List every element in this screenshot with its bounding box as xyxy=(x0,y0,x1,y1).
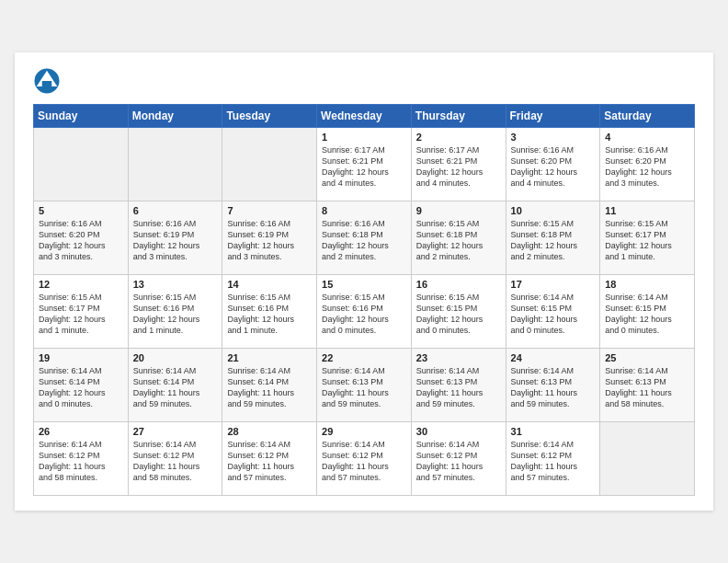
day-number: 8 xyxy=(322,205,406,216)
calendar-cell: 2Sunrise: 6:17 AMSunset: 6:21 PMDaylight… xyxy=(411,128,506,201)
day-number: 28 xyxy=(227,426,312,437)
calendar-cell: 28Sunrise: 6:14 AMSunset: 6:12 PMDayligh… xyxy=(222,422,317,496)
day-info: Sunrise: 6:14 AMSunset: 6:14 PMDaylight:… xyxy=(39,365,123,410)
day-number: 1 xyxy=(322,132,406,143)
calendar-week-3: 12Sunrise: 6:15 AMSunset: 6:17 PMDayligh… xyxy=(34,275,695,349)
day-number: 3 xyxy=(511,132,596,143)
day-info: Sunrise: 6:14 AMSunset: 6:14 PMDaylight:… xyxy=(133,365,218,410)
day-number: 30 xyxy=(416,426,501,437)
logo xyxy=(33,67,63,95)
day-number: 23 xyxy=(416,352,501,363)
day-info: Sunrise: 6:15 AMSunset: 6:16 PMDaylight:… xyxy=(133,292,218,337)
day-info: Sunrise: 6:14 AMSunset: 6:12 PMDaylight:… xyxy=(416,439,501,484)
calendar-cell: 16Sunrise: 6:15 AMSunset: 6:15 PMDayligh… xyxy=(411,275,506,349)
day-number: 15 xyxy=(322,279,406,290)
weekday-header-row: SundayMondayTuesdayWednesdayThursdayFrid… xyxy=(34,105,695,128)
calendar-cell xyxy=(128,128,222,201)
day-info: Sunrise: 6:14 AMSunset: 6:12 PMDaylight:… xyxy=(322,439,406,484)
calendar-cell: 12Sunrise: 6:15 AMSunset: 6:17 PMDayligh… xyxy=(34,275,129,349)
day-number: 27 xyxy=(133,426,218,437)
day-info: Sunrise: 6:17 AMSunset: 6:21 PMDaylight:… xyxy=(322,144,406,190)
day-info: Sunrise: 6:14 AMSunset: 6:13 PMDaylight:… xyxy=(605,365,689,410)
day-number: 16 xyxy=(416,279,501,290)
day-info: Sunrise: 6:14 AMSunset: 6:13 PMDaylight:… xyxy=(416,365,501,410)
day-number: 10 xyxy=(511,205,596,216)
day-number: 29 xyxy=(322,426,406,437)
calendar-cell: 13Sunrise: 6:15 AMSunset: 6:16 PMDayligh… xyxy=(128,275,222,349)
calendar-cell xyxy=(600,422,695,496)
calendar-week-4: 19Sunrise: 6:14 AMSunset: 6:14 PMDayligh… xyxy=(34,349,695,422)
day-number: 25 xyxy=(605,352,689,363)
day-number: 5 xyxy=(39,205,123,216)
day-info: Sunrise: 6:15 AMSunset: 6:16 PMDaylight:… xyxy=(227,292,312,337)
day-info: Sunrise: 6:16 AMSunset: 6:20 PMDaylight:… xyxy=(39,218,123,263)
day-number: 2 xyxy=(416,132,501,143)
day-number: 7 xyxy=(227,205,312,216)
day-number: 17 xyxy=(511,279,596,290)
day-number: 21 xyxy=(227,352,312,363)
weekday-header-saturday: Saturday xyxy=(600,105,695,128)
svg-rect-2 xyxy=(42,81,52,86)
day-info: Sunrise: 6:15 AMSunset: 6:16 PMDaylight:… xyxy=(322,292,406,337)
day-info: Sunrise: 6:14 AMSunset: 6:13 PMDaylight:… xyxy=(322,365,406,410)
day-number: 24 xyxy=(511,352,596,363)
day-number: 26 xyxy=(39,426,123,437)
day-info: Sunrise: 6:14 AMSunset: 6:12 PMDaylight:… xyxy=(227,439,312,484)
calendar-cell: 11Sunrise: 6:15 AMSunset: 6:17 PMDayligh… xyxy=(600,201,695,275)
day-number: 22 xyxy=(322,352,406,363)
calendar-cell: 29Sunrise: 6:14 AMSunset: 6:12 PMDayligh… xyxy=(317,422,412,496)
calendar-cell: 21Sunrise: 6:14 AMSunset: 6:14 PMDayligh… xyxy=(222,349,317,422)
calendar-cell: 24Sunrise: 6:14 AMSunset: 6:13 PMDayligh… xyxy=(506,349,600,422)
day-info: Sunrise: 6:16 AMSunset: 6:20 PMDaylight:… xyxy=(605,144,689,190)
day-info: Sunrise: 6:15 AMSunset: 6:18 PMDaylight:… xyxy=(416,218,501,263)
day-number: 12 xyxy=(39,279,123,290)
calendar-cell: 20Sunrise: 6:14 AMSunset: 6:14 PMDayligh… xyxy=(128,349,222,422)
day-info: Sunrise: 6:17 AMSunset: 6:21 PMDaylight:… xyxy=(416,144,501,190)
day-info: Sunrise: 6:16 AMSunset: 6:19 PMDaylight:… xyxy=(133,218,218,263)
calendar-cell: 6Sunrise: 6:16 AMSunset: 6:19 PMDaylight… xyxy=(128,201,222,275)
day-number: 9 xyxy=(416,205,501,216)
day-number: 20 xyxy=(133,352,218,363)
calendar-week-5: 26Sunrise: 6:14 AMSunset: 6:12 PMDayligh… xyxy=(34,422,695,496)
day-info: Sunrise: 6:15 AMSunset: 6:17 PMDaylight:… xyxy=(605,218,689,263)
day-info: Sunrise: 6:14 AMSunset: 6:15 PMDaylight:… xyxy=(605,292,689,337)
logo-icon xyxy=(33,67,61,95)
calendar-week-2: 5Sunrise: 6:16 AMSunset: 6:20 PMDaylight… xyxy=(34,201,695,275)
day-info: Sunrise: 6:14 AMSunset: 6:12 PMDaylight:… xyxy=(133,439,218,484)
calendar-cell xyxy=(222,128,317,201)
calendar-table: SundayMondayTuesdayWednesdayThursdayFrid… xyxy=(33,104,695,496)
calendar-cell: 27Sunrise: 6:14 AMSunset: 6:12 PMDayligh… xyxy=(128,422,222,496)
day-info: Sunrise: 6:16 AMSunset: 6:18 PMDaylight:… xyxy=(322,218,406,263)
day-info: Sunrise: 6:16 AMSunset: 6:19 PMDaylight:… xyxy=(227,218,312,263)
weekday-header-monday: Monday xyxy=(128,105,222,128)
day-info: Sunrise: 6:14 AMSunset: 6:14 PMDaylight:… xyxy=(227,365,312,410)
calendar-cell: 4Sunrise: 6:16 AMSunset: 6:20 PMDaylight… xyxy=(600,128,695,201)
day-number: 14 xyxy=(227,279,312,290)
day-info: Sunrise: 6:14 AMSunset: 6:13 PMDaylight:… xyxy=(511,365,596,410)
day-info: Sunrise: 6:14 AMSunset: 6:12 PMDaylight:… xyxy=(511,439,596,484)
day-number: 18 xyxy=(605,279,689,290)
calendar-cell: 18Sunrise: 6:14 AMSunset: 6:15 PMDayligh… xyxy=(600,275,695,349)
calendar-cell: 1Sunrise: 6:17 AMSunset: 6:21 PMDaylight… xyxy=(317,128,412,201)
calendar-cell: 23Sunrise: 6:14 AMSunset: 6:13 PMDayligh… xyxy=(411,349,506,422)
calendar-cell: 5Sunrise: 6:16 AMSunset: 6:20 PMDaylight… xyxy=(34,201,129,275)
calendar-cell: 10Sunrise: 6:15 AMSunset: 6:18 PMDayligh… xyxy=(506,201,600,275)
weekday-header-wednesday: Wednesday xyxy=(317,105,412,128)
day-number: 19 xyxy=(39,352,123,363)
calendar-cell: 8Sunrise: 6:16 AMSunset: 6:18 PMDaylight… xyxy=(317,201,412,275)
calendar-cell: 14Sunrise: 6:15 AMSunset: 6:16 PMDayligh… xyxy=(222,275,317,349)
day-number: 11 xyxy=(605,205,689,216)
day-number: 6 xyxy=(133,205,218,216)
calendar-cell: 9Sunrise: 6:15 AMSunset: 6:18 PMDaylight… xyxy=(411,201,506,275)
calendar-week-1: 1Sunrise: 6:17 AMSunset: 6:21 PMDaylight… xyxy=(34,128,695,201)
calendar-header xyxy=(33,67,695,95)
weekday-header-friday: Friday xyxy=(506,105,600,128)
calendar-cell: 26Sunrise: 6:14 AMSunset: 6:12 PMDayligh… xyxy=(34,422,129,496)
day-info: Sunrise: 6:15 AMSunset: 6:17 PMDaylight:… xyxy=(39,292,123,337)
calendar-cell xyxy=(34,128,129,201)
calendar-cell: 22Sunrise: 6:14 AMSunset: 6:13 PMDayligh… xyxy=(317,349,412,422)
calendar-cell: 15Sunrise: 6:15 AMSunset: 6:16 PMDayligh… xyxy=(317,275,412,349)
weekday-header-sunday: Sunday xyxy=(34,105,129,128)
day-info: Sunrise: 6:15 AMSunset: 6:18 PMDaylight:… xyxy=(511,218,596,263)
day-info: Sunrise: 6:14 AMSunset: 6:12 PMDaylight:… xyxy=(39,439,123,484)
